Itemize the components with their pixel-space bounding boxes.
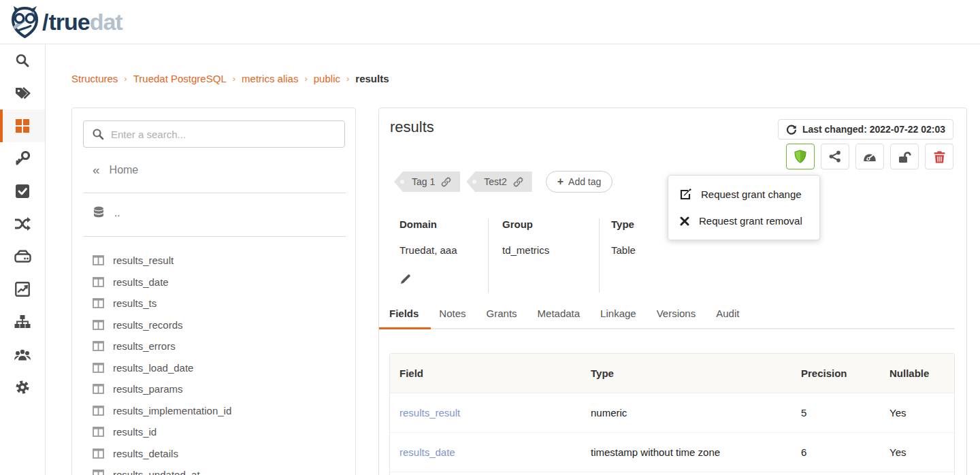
cell-nullable: Yes bbox=[880, 433, 954, 472]
link-icon[interactable] bbox=[441, 177, 451, 187]
breadcrumb-separator: › bbox=[304, 73, 307, 84]
menu-item-request-grant-change[interactable]: Request grant change bbox=[668, 181, 819, 208]
table-row: results_date timestamp without time zone… bbox=[390, 433, 954, 472]
sidebar-item-users[interactable] bbox=[0, 338, 45, 371]
tree-field-item[interactable]: results_updated_at bbox=[72, 464, 356, 475]
sidebar-item-quality[interactable] bbox=[0, 175, 45, 208]
tag-chip[interactable]: Test2 bbox=[466, 171, 532, 192]
add-tag-label: Add tag bbox=[568, 176, 601, 187]
field-link[interactable]: results_result bbox=[399, 407, 460, 419]
sidebar-item-settings[interactable] bbox=[0, 371, 45, 404]
add-tag-button[interactable]: + Add tag bbox=[546, 171, 613, 193]
field-link[interactable]: results_date bbox=[399, 446, 455, 458]
parent-item-label: .. bbox=[114, 207, 120, 218]
table-row: results_result numeric 5 Yes bbox=[390, 393, 954, 433]
grant-request-dropdown: Request grant change Request grant remov… bbox=[668, 175, 820, 240]
tree-field-item[interactable]: results_ts bbox=[72, 293, 356, 314]
structure-tree-panel: « Home .. results_result results_date re… bbox=[71, 108, 356, 475]
field-label: results_details bbox=[113, 448, 178, 459]
delete-button[interactable] bbox=[925, 144, 953, 169]
column-header-nullable: Nullable bbox=[880, 354, 954, 393]
cell-nullable: No bbox=[880, 472, 954, 475]
edit-domain-button[interactable] bbox=[399, 265, 474, 293]
tree-field-item[interactable]: results_records bbox=[72, 314, 356, 336]
detail-tabs: Fields Notes Grants Metadata Linkage Ver… bbox=[389, 308, 955, 329]
sidebar-item-lineage[interactable] bbox=[0, 208, 45, 240]
tab-grants[interactable]: Grants bbox=[487, 308, 517, 328]
tab-fields[interactable]: Fields bbox=[389, 308, 419, 328]
sidebar-item-systems[interactable] bbox=[0, 240, 45, 273]
property-value: td_metrics bbox=[502, 244, 585, 256]
field-label: results_ts bbox=[113, 297, 157, 309]
hard-drive-icon bbox=[14, 250, 31, 263]
times-icon bbox=[680, 216, 689, 226]
property-label: Domain bbox=[399, 218, 474, 230]
fields-table-header: Field Type Precision Nullable bbox=[390, 354, 954, 393]
field-list: results_result results_date results_ts r… bbox=[72, 250, 356, 475]
sidebar-item-tags[interactable] bbox=[0, 77, 45, 110]
breadcrumb-link-structures[interactable]: Structures bbox=[71, 73, 118, 84]
unlock-button[interactable] bbox=[890, 144, 919, 169]
tree-field-item[interactable]: results_errors bbox=[72, 335, 356, 357]
field-label: results_updated_at bbox=[113, 469, 200, 475]
cell-precision: 6 bbox=[791, 472, 880, 475]
tree-field-item[interactable]: results_date bbox=[72, 272, 356, 293]
sidebar-item-dashboards[interactable] bbox=[0, 273, 45, 306]
top-header: /truedat bbox=[0, 0, 980, 44]
breadcrumb-link-system[interactable]: Truedat PostgreSQL bbox=[133, 73, 227, 84]
link-icon[interactable] bbox=[513, 177, 523, 187]
users-icon bbox=[14, 348, 31, 361]
edit-icon bbox=[680, 189, 691, 200]
sidebar-item-taxonomy[interactable] bbox=[0, 306, 45, 338]
tree-field-item[interactable]: results_id bbox=[72, 421, 356, 443]
sidebar-item-credentials[interactable] bbox=[0, 142, 45, 175]
profiling-gauge-button[interactable] bbox=[855, 144, 884, 169]
gauge-icon bbox=[863, 151, 877, 163]
columns-icon bbox=[93, 341, 104, 351]
columns-icon bbox=[93, 363, 104, 373]
tree-field-item[interactable]: results_params bbox=[72, 378, 356, 400]
tree-field-item[interactable]: results_details bbox=[72, 443, 356, 465]
tree-field-item[interactable]: results_implementation_id bbox=[72, 400, 356, 422]
tree-home-button[interactable]: « Home bbox=[93, 163, 138, 178]
columns-icon bbox=[93, 448, 104, 459]
grants-shield-button[interactable] bbox=[786, 144, 815, 169]
truedat-app: /truedat bbox=[0, 0, 980, 475]
columns-icon bbox=[93, 298, 104, 308]
search-input[interactable] bbox=[111, 129, 336, 140]
share-button[interactable] bbox=[821, 144, 849, 169]
tab-audit[interactable]: Audit bbox=[716, 308, 739, 328]
last-changed-button[interactable]: Last changed: 2022-07-22 02:03 bbox=[778, 119, 953, 140]
breadcrumb-separator: › bbox=[124, 73, 127, 84]
sidebar-item-search[interactable] bbox=[0, 44, 45, 77]
cell-type: numeric bbox=[581, 393, 791, 432]
menu-item-label: Request grant change bbox=[701, 189, 802, 200]
tree-field-item[interactable]: results_load_date bbox=[72, 357, 356, 379]
cell-nullable: Yes bbox=[880, 393, 954, 432]
breadcrumb-link-database[interactable]: metrics alias bbox=[242, 73, 298, 84]
cell-type: timestamp without time zone bbox=[581, 472, 791, 475]
check-square-icon bbox=[15, 184, 30, 199]
home-label: Home bbox=[110, 164, 139, 176]
tags-row: Tag 1 Test2 + Add tag bbox=[394, 171, 612, 193]
tab-linkage[interactable]: Linkage bbox=[600, 308, 636, 328]
search-icon bbox=[15, 53, 30, 68]
trash-icon bbox=[934, 150, 945, 163]
chevron-double-left-icon: « bbox=[93, 163, 100, 178]
field-label: results_load_date bbox=[113, 362, 193, 374]
tree-search[interactable] bbox=[83, 120, 345, 148]
property-label: Type bbox=[611, 218, 636, 230]
sidebar-item-structures[interactable] bbox=[0, 110, 45, 142]
tree-parent-item[interactable]: .. bbox=[93, 206, 120, 218]
tab-metadata[interactable]: Metadata bbox=[538, 308, 581, 328]
tag-chip[interactable]: Tag 1 bbox=[394, 171, 460, 192]
tree-field-item[interactable]: results_result bbox=[72, 250, 356, 272]
shuffle-icon bbox=[14, 216, 31, 231]
breadcrumb-link-schema[interactable]: public bbox=[314, 73, 340, 84]
tab-notes[interactable]: Notes bbox=[439, 308, 466, 328]
icon-rail-sidebar bbox=[0, 44, 46, 475]
column-header-type: Type bbox=[581, 354, 791, 393]
menu-item-request-grant-removal[interactable]: Request grant removal bbox=[668, 208, 819, 234]
truedat-logo[interactable]: /truedat bbox=[10, 5, 122, 39]
tab-versions[interactable]: Versions bbox=[657, 308, 696, 328]
